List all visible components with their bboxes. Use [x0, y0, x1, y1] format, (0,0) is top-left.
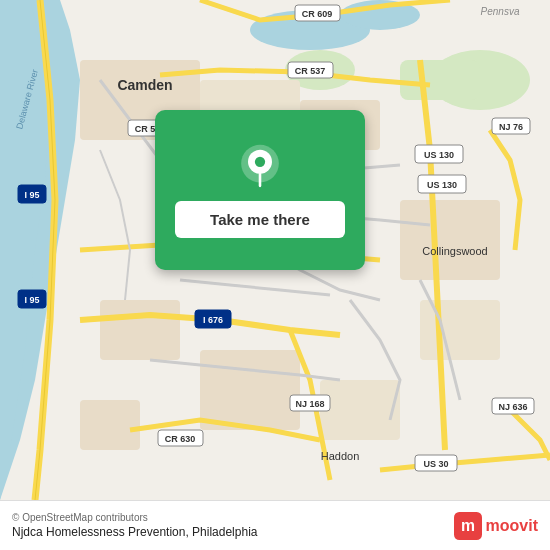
- moovit-label: moovit: [486, 517, 538, 535]
- svg-text:CR 5: CR 5: [135, 124, 156, 134]
- svg-text:US 130: US 130: [424, 150, 454, 160]
- svg-text:Camden: Camden: [117, 77, 172, 93]
- osm-credit: © OpenStreetMap contributors: [12, 512, 257, 523]
- location-label: Njdca Homelessness Prevention, Philadelp…: [12, 525, 257, 539]
- svg-text:Pennsva: Pennsva: [481, 6, 520, 17]
- location-card: Take me there: [155, 110, 365, 270]
- svg-text:CR 537: CR 537: [295, 66, 326, 76]
- svg-text:I 95: I 95: [24, 295, 39, 305]
- bottom-bar: © OpenStreetMap contributors Njdca Homel…: [0, 500, 550, 550]
- svg-text:Collingswood: Collingswood: [422, 245, 487, 257]
- svg-rect-13: [100, 300, 180, 360]
- svg-text:NJ 168: NJ 168: [295, 399, 324, 409]
- svg-text:I 676: I 676: [203, 315, 223, 325]
- svg-rect-6: [400, 60, 480, 100]
- moovit-logo: m moovit: [454, 512, 538, 540]
- svg-text:NJ 636: NJ 636: [498, 402, 527, 412]
- svg-text:I 95: I 95: [24, 190, 39, 200]
- svg-text:Haddon: Haddon: [321, 450, 360, 462]
- svg-text:US 30: US 30: [423, 459, 448, 469]
- svg-text:CR 609: CR 609: [302, 9, 333, 19]
- svg-text:US 130: US 130: [427, 180, 457, 190]
- location-pin-icon: [236, 143, 284, 191]
- svg-rect-15: [320, 380, 400, 440]
- svg-rect-12: [420, 300, 500, 360]
- take-me-there-button[interactable]: Take me there: [175, 201, 345, 238]
- map-container: CR 609 CR 537 US 130 US 130 I 95 I 95 CR…: [0, 0, 550, 500]
- svg-rect-11: [400, 200, 500, 280]
- svg-text:CR 630: CR 630: [165, 434, 196, 444]
- moovit-icon: m: [454, 512, 482, 540]
- svg-text:NJ 76: NJ 76: [499, 122, 523, 132]
- svg-point-54: [255, 156, 265, 166]
- svg-text:m: m: [461, 517, 475, 534]
- svg-rect-14: [200, 350, 300, 430]
- svg-rect-16: [80, 400, 140, 450]
